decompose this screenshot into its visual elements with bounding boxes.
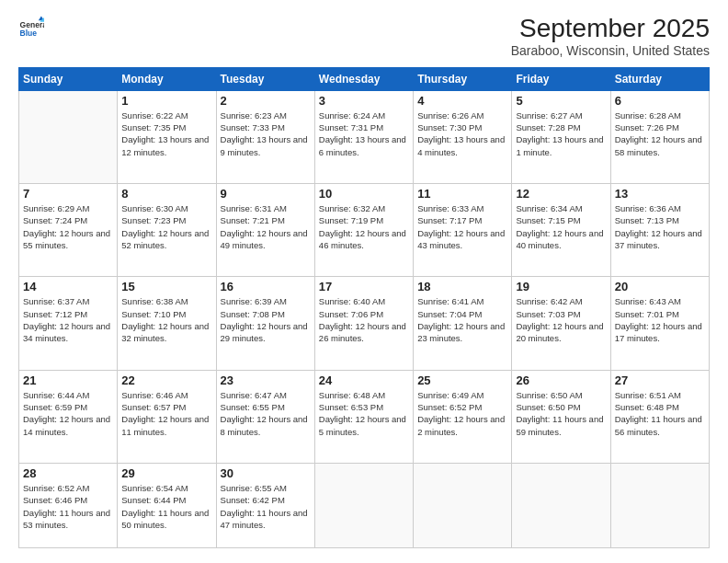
day-number: 29 [121, 466, 211, 480]
day-info: Sunrise: 6:22 AMSunset: 7:35 PMDaylight:… [121, 109, 211, 158]
table-row: 21 Sunrise: 6:44 AMSunset: 6:59 PMDaylig… [19, 370, 118, 463]
table-row: 18 Sunrise: 6:41 AMSunset: 7:04 PMDaylig… [414, 277, 512, 370]
table-row: 29 Sunrise: 6:54 AMSunset: 6:44 PMDaylig… [118, 463, 216, 547]
table-row: 12 Sunrise: 6:34 AMSunset: 7:15 PMDaylig… [512, 184, 610, 277]
day-info: Sunrise: 6:34 AMSunset: 7:15 PMDaylight:… [516, 202, 606, 251]
table-row: 27 Sunrise: 6:51 AMSunset: 6:48 PMDaylig… [610, 370, 709, 463]
day-info: Sunrise: 6:40 AMSunset: 7:06 PMDaylight:… [319, 295, 409, 344]
table-row: 13 Sunrise: 6:36 AMSunset: 7:13 PMDaylig… [610, 184, 709, 277]
day-number: 8 [121, 187, 211, 201]
day-info: Sunrise: 6:42 AMSunset: 7:03 PMDaylight:… [516, 295, 606, 344]
day-info: Sunrise: 6:24 AMSunset: 7:31 PMDaylight:… [319, 109, 409, 158]
day-info: Sunrise: 6:28 AMSunset: 7:26 PMDaylight:… [615, 109, 705, 158]
day-number: 22 [121, 373, 211, 387]
day-info: Sunrise: 6:27 AMSunset: 7:28 PMDaylight:… [516, 109, 606, 158]
day-number: 4 [417, 94, 507, 108]
table-row: 10 Sunrise: 6:32 AMSunset: 7:19 PMDaylig… [314, 184, 413, 277]
day-number: 23 [221, 373, 311, 387]
table-row: 22 Sunrise: 6:46 AMSunset: 6:57 PMDaylig… [118, 370, 216, 463]
table-row: 25 Sunrise: 6:49 AMSunset: 6:52 PMDaylig… [414, 370, 512, 463]
table-row: 1 Sunrise: 6:22 AMSunset: 7:35 PMDayligh… [118, 90, 216, 183]
table-row: 7 Sunrise: 6:29 AMSunset: 7:24 PMDayligh… [19, 184, 118, 277]
day-info: Sunrise: 6:52 AMSunset: 6:46 PMDaylight:… [23, 482, 113, 531]
day-info: Sunrise: 6:51 AMSunset: 6:48 PMDaylight:… [615, 389, 705, 438]
day-number: 16 [221, 280, 311, 293]
table-row: 2 Sunrise: 6:23 AMSunset: 7:33 PMDayligh… [216, 90, 314, 183]
table-row: 28 Sunrise: 6:52 AMSunset: 6:46 PMDaylig… [19, 463, 118, 547]
table-row: 15 Sunrise: 6:38 AMSunset: 7:10 PMDaylig… [118, 277, 216, 370]
logo: General Blue [18, 15, 44, 40]
table-row: 5 Sunrise: 6:27 AMSunset: 7:28 PMDayligh… [512, 90, 610, 183]
day-number: 20 [615, 280, 705, 293]
col-friday: Friday [512, 67, 610, 90]
day-number: 11 [417, 187, 507, 201]
day-number: 27 [615, 373, 705, 387]
day-info: Sunrise: 6:44 AMSunset: 6:59 PMDaylight:… [23, 389, 113, 438]
col-saturday: Saturday [610, 67, 709, 90]
col-sunday: Sunday [19, 67, 118, 90]
table-row [19, 90, 118, 183]
day-info: Sunrise: 6:39 AMSunset: 7:08 PMDaylight:… [221, 295, 311, 344]
table-row [610, 463, 709, 547]
table-row [414, 463, 512, 547]
day-number: 2 [221, 94, 311, 108]
day-number: 13 [615, 187, 705, 201]
day-info: Sunrise: 6:41 AMSunset: 7:04 PMDaylight:… [417, 295, 507, 344]
table-row: 8 Sunrise: 6:30 AMSunset: 7:23 PMDayligh… [118, 184, 216, 277]
day-info: Sunrise: 6:49 AMSunset: 6:52 PMDaylight:… [417, 389, 507, 438]
day-number: 5 [516, 94, 606, 108]
day-number: 3 [319, 94, 409, 108]
day-info: Sunrise: 6:23 AMSunset: 7:33 PMDaylight:… [221, 109, 311, 158]
day-info: Sunrise: 6:26 AMSunset: 7:30 PMDaylight:… [417, 109, 507, 158]
day-number: 21 [23, 373, 113, 387]
day-number: 6 [615, 94, 705, 108]
day-info: Sunrise: 6:30 AMSunset: 7:23 PMDaylight:… [121, 202, 211, 251]
table-row [314, 463, 413, 547]
table-row: 16 Sunrise: 6:39 AMSunset: 7:08 PMDaylig… [216, 277, 314, 370]
day-info: Sunrise: 6:48 AMSunset: 6:53 PMDaylight:… [319, 389, 409, 438]
table-row: 17 Sunrise: 6:40 AMSunset: 7:06 PMDaylig… [314, 277, 413, 370]
day-info: Sunrise: 6:31 AMSunset: 7:21 PMDaylight:… [221, 202, 311, 251]
main-title: September 2025 [511, 15, 710, 43]
day-number: 19 [516, 280, 606, 293]
col-thursday: Thursday [414, 67, 512, 90]
day-number: 10 [319, 187, 409, 201]
day-number: 14 [23, 280, 113, 293]
day-number: 26 [516, 373, 606, 387]
calendar-table: Sunday Monday Tuesday Wednesday Thursday… [18, 67, 710, 548]
subtitle: Baraboo, Wisconsin, United States [511, 43, 710, 58]
day-number: 30 [221, 466, 311, 480]
day-number: 9 [221, 187, 311, 201]
day-info: Sunrise: 6:38 AMSunset: 7:10 PMDaylight:… [121, 295, 211, 344]
table-row: 9 Sunrise: 6:31 AMSunset: 7:21 PMDayligh… [216, 184, 314, 277]
day-number: 18 [417, 280, 507, 293]
calendar-header-row: Sunday Monday Tuesday Wednesday Thursday… [19, 67, 710, 90]
day-number: 1 [121, 94, 211, 108]
table-row: 3 Sunrise: 6:24 AMSunset: 7:31 PMDayligh… [314, 90, 413, 183]
table-row: 24 Sunrise: 6:48 AMSunset: 6:53 PMDaylig… [314, 370, 413, 463]
table-row [512, 463, 610, 547]
day-info: Sunrise: 6:55 AMSunset: 6:42 PMDaylight:… [221, 482, 311, 531]
day-info: Sunrise: 6:33 AMSunset: 7:17 PMDaylight:… [417, 202, 507, 251]
table-row: 6 Sunrise: 6:28 AMSunset: 7:26 PMDayligh… [610, 90, 709, 183]
col-monday: Monday [118, 67, 216, 90]
day-number: 25 [417, 373, 507, 387]
table-row: 23 Sunrise: 6:47 AMSunset: 6:55 PMDaylig… [216, 370, 314, 463]
col-tuesday: Tuesday [216, 67, 314, 90]
day-info: Sunrise: 6:50 AMSunset: 6:50 PMDaylight:… [516, 389, 606, 438]
day-info: Sunrise: 6:54 AMSunset: 6:44 PMDaylight:… [121, 482, 211, 531]
day-number: 17 [319, 280, 409, 293]
table-row: 11 Sunrise: 6:33 AMSunset: 7:17 PMDaylig… [414, 184, 512, 277]
day-info: Sunrise: 6:46 AMSunset: 6:57 PMDaylight:… [121, 389, 211, 438]
page: General Blue September 2025 Baraboo, Wis… [0, 0, 728, 563]
day-info: Sunrise: 6:29 AMSunset: 7:24 PMDaylight:… [23, 202, 113, 251]
table-row: 4 Sunrise: 6:26 AMSunset: 7:30 PMDayligh… [414, 90, 512, 183]
day-info: Sunrise: 6:36 AMSunset: 7:13 PMDaylight:… [615, 202, 705, 251]
day-info: Sunrise: 6:32 AMSunset: 7:19 PMDaylight:… [319, 202, 409, 251]
table-row: 30 Sunrise: 6:55 AMSunset: 6:42 PMDaylig… [216, 463, 314, 547]
day-info: Sunrise: 6:37 AMSunset: 7:12 PMDaylight:… [23, 295, 113, 344]
day-info: Sunrise: 6:43 AMSunset: 7:01 PMDaylight:… [615, 295, 705, 344]
day-info: Sunrise: 6:47 AMSunset: 6:55 PMDaylight:… [221, 389, 311, 438]
day-number: 28 [23, 466, 113, 480]
logo-icon: General Blue [18, 15, 44, 40]
